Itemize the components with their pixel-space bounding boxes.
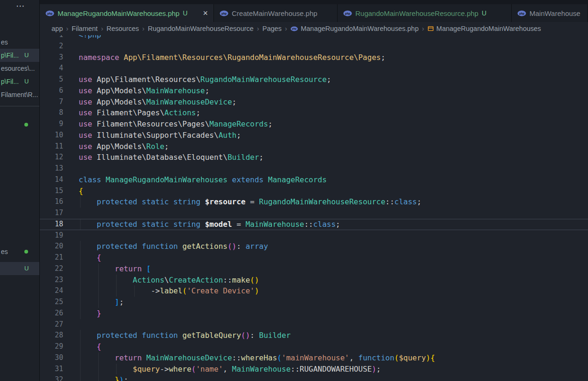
line-number: 2	[40, 41, 63, 52]
breadcrumb-separator: ›	[257, 25, 259, 32]
editor-tab[interactable]: phpManageRugandoMainWarehouses.phpU×	[40, 4, 214, 22]
line-number: 32	[40, 374, 63, 381]
editor-tab[interactable]: phpRugandoMainWarehouseResource.phpU	[338, 4, 512, 22]
file-tree-item[interactable]: p\Fil...U	[0, 75, 39, 88]
file-tree-item[interactable]: Filament\R...	[0, 88, 39, 101]
explorer-sidebar: ⋯ esp\Fil...Uesources\...p\Fil...UFilame…	[0, 0, 40, 381]
code-line[interactable]: 31 $query->where('name', MainWarehouse::…	[40, 364, 588, 375]
code-line[interactable]: 11use App\Models\Role;	[40, 141, 588, 152]
php-icon: php	[343, 10, 352, 16]
svg-text:php: php	[221, 11, 227, 15]
svg-text:php: php	[292, 27, 296, 30]
line-number: 5	[40, 74, 63, 85]
breadcrumb: app›Filament›Resources›RugandoMainWareho…	[40, 22, 588, 35]
breadcrumb-item[interactable]: ManageRugandoMainWarehouses	[427, 25, 541, 32]
code-line[interactable]: 17	[40, 208, 588, 219]
code-line[interactable]: 5use App\Filament\Resources\RugandoMainW…	[40, 74, 588, 85]
breadcrumb-item[interactable]: app	[51, 25, 63, 32]
line-number: 29	[40, 341, 63, 352]
line-number: 13	[40, 163, 63, 174]
file-tree-label: esources\...	[1, 65, 35, 72]
code-line[interactable]: 10use Illuminate\Support\Facades\Auth;	[40, 130, 588, 141]
breadcrumb-item[interactable]: phpManageRugandoMainWarehouses.php	[290, 25, 419, 32]
line-number: 30	[40, 352, 63, 364]
line-number: 21	[40, 252, 63, 263]
close-tab-icon[interactable]: ×	[203, 9, 208, 17]
code-lines: 1<?php23namespace App\Filament\Resources…	[40, 35, 588, 381]
line-number: 11	[40, 141, 63, 152]
code-line[interactable]: 8use Filament\Pages\Actions;	[40, 107, 588, 119]
tab-label: CreateMainWarehouse.php	[232, 9, 317, 17]
git-status-badge: U	[183, 9, 187, 17]
file-tree-label: p\Fil...	[1, 78, 19, 85]
code-line[interactable]: 28 protected function getTableQuery(): B…	[40, 330, 588, 341]
php-icon: php	[45, 10, 54, 16]
code-line[interactable]: 24 ->label('Create Device')	[40, 285, 588, 297]
tab-label: MainWarehouse	[529, 9, 581, 17]
code-line[interactable]: 14class ManageRugandoMainWarehouses exte…	[40, 174, 588, 186]
more-actions-icon[interactable]: ⋯	[16, 0, 25, 11]
file-tree-item[interactable]: p\Fil...U	[0, 49, 39, 62]
editor-tab[interactable]: phpCreateMainWarehouse.php	[214, 4, 338, 22]
line-number: 10	[40, 130, 63, 141]
code-line[interactable]: 20 protected function getActions(): arra…	[40, 241, 588, 252]
line-number: 1	[40, 35, 63, 41]
code-line[interactable]: 23 Actions\CreateAction::make()	[40, 275, 588, 286]
code-line[interactable]: 6use App\Models\MainWarehouse;	[40, 85, 588, 97]
editor-tab[interactable]: phpMainWarehouse	[512, 4, 588, 22]
php-icon: php	[290, 26, 298, 31]
file-tree-item[interactable]: esources\...	[0, 62, 39, 75]
code-line[interactable]: 26 }	[40, 308, 588, 319]
breadcrumb-separator: ›	[66, 25, 68, 32]
breadcrumb-item[interactable]: Resources	[107, 25, 139, 32]
svg-text:php: php	[519, 11, 524, 15]
code-line[interactable]: 32 });	[40, 374, 588, 381]
code-line[interactable]: 4	[40, 63, 588, 74]
code-line[interactable]: 7use App\Models\MainWarehouseDevice;	[40, 97, 588, 108]
tab-label: RugandoMainWarehouseResource.php	[355, 9, 478, 17]
breadcrumb-separator: ›	[285, 25, 287, 32]
file-tree-label: Filament\R...	[1, 91, 38, 98]
line-number: 31	[40, 364, 63, 375]
line-number: 19	[40, 230, 63, 241]
file-tree-item[interactable]	[0, 118, 39, 131]
code-editor[interactable]: 1<?php23namespace App\Filament\Resources…	[40, 35, 588, 381]
line-number: 27	[40, 319, 63, 330]
code-line[interactable]: 15{	[40, 186, 588, 197]
file-tree-label: es	[1, 248, 8, 255]
line-number: 7	[40, 97, 63, 108]
code-line[interactable]: 1<?php	[40, 35, 588, 41]
code-line[interactable]: 25 ];	[40, 297, 588, 308]
code-line[interactable]: 3namespace App\Filament\Resources\Rugand…	[40, 52, 588, 63]
code-line[interactable]: 9use Filament\Resources\Pages\ManageReco…	[40, 119, 588, 130]
line-number: 28	[40, 330, 63, 341]
tab-label: ManageRugandoMainWarehouses.php	[58, 9, 179, 17]
editor-group: phpManageRugandoMainWarehouses.phpU×phpC…	[40, 0, 588, 381]
line-number: 14	[40, 174, 63, 186]
code-line[interactable]: 12use Illuminate\Database\Eloquent\Build…	[40, 152, 588, 163]
breadcrumb-item[interactable]: Filament	[72, 25, 98, 32]
code-line[interactable]: 21 {	[40, 252, 588, 263]
code-line[interactable]: 30 return MainWarehouseDevice::whereHas(…	[40, 352, 588, 364]
code-line[interactable]: 19	[40, 230, 588, 241]
file-tree-item[interactable]: es	[0, 36, 39, 49]
code-line[interactable]: 27	[40, 319, 588, 330]
code-line[interactable]: 22 return [	[40, 263, 588, 275]
line-number: 23	[40, 275, 63, 286]
code-line[interactable]: 2	[40, 41, 588, 52]
breadcrumb-item[interactable]: RugandoMainWarehouseResource	[148, 25, 254, 32]
file-tree-label: es	[1, 38, 8, 46]
breadcrumb-item[interactable]: Pages	[262, 25, 281, 32]
code-line[interactable]: 16 protected static string $resource = R…	[40, 196, 588, 208]
line-number: 22	[40, 263, 63, 275]
code-line[interactable]: 29 {	[40, 341, 588, 352]
file-tree-item[interactable]: U	[0, 262, 39, 275]
line-number: 8	[40, 107, 63, 119]
svg-text:php: php	[47, 11, 52, 15]
file-tree-item[interactable]: es	[0, 245, 39, 258]
code-line[interactable]: 18 protected static string $model = Main…	[40, 219, 588, 230]
sidebar-divider	[0, 106, 39, 106]
tab-bar: phpManageRugandoMainWarehouses.phpU×phpC…	[40, 0, 588, 22]
code-line[interactable]: 13	[40, 163, 588, 174]
line-number: 16	[40, 196, 63, 208]
